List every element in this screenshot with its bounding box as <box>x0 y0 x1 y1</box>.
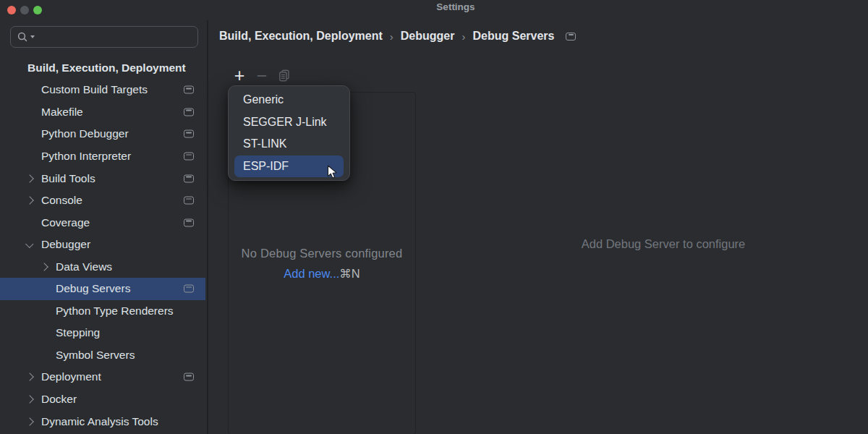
sidebar-item-label: Stepping <box>0 326 100 339</box>
sidebar-item-label: Python Interpreter <box>0 150 131 163</box>
duplicate-server-button[interactable] <box>278 68 291 82</box>
sidebar-item-label: Console <box>0 194 82 207</box>
sidebar-item-label: Python Type Renderers <box>0 305 174 318</box>
settings-window: Settings Build, Execution, DeploymentCus… <box>0 0 868 434</box>
project-scope-icon <box>184 152 194 160</box>
sidebar-item-data-views[interactable]: Data Views <box>0 255 205 278</box>
breadcrumb-item-debugger[interactable]: Debugger <box>401 30 455 43</box>
settings-search-box[interactable] <box>10 26 198 48</box>
settings-tree: Build, Execution, DeploymentCustom Build… <box>0 57 205 433</box>
project-scope-icon <box>566 33 576 41</box>
project-scope-icon <box>184 197 194 205</box>
sidebar-item-debugger[interactable]: Debugger <box>0 234 205 256</box>
sidebar-item-label: Python Debugger <box>0 127 129 140</box>
sidebar-item-console[interactable]: Console <box>0 190 205 212</box>
breadcrumb-separator: › <box>390 30 393 43</box>
menu-item-esp-idf[interactable]: ESP-IDF <box>234 156 344 178</box>
sidebar-item-label: Build Tools <box>0 172 95 185</box>
sidebar-item-symbol-servers[interactable]: Symbol Servers <box>0 344 205 367</box>
sidebar-item-label: Makefile <box>0 106 83 119</box>
detail-hint: Add Debug Server to configure <box>582 237 746 251</box>
project-scope-icon <box>184 218 194 226</box>
list-toolbar: + − <box>233 67 291 83</box>
close-button[interactable] <box>7 6 16 14</box>
sidebar-item-python-debugger[interactable]: Python Debugger <box>0 123 205 145</box>
menu-item-segger-j-link[interactable]: SEGGER J-Link <box>234 111 344 134</box>
sidebar-item-label: Dynamic Analysis Tools <box>0 415 158 428</box>
breadcrumb-item-debug-servers[interactable]: Debug Servers <box>472 30 554 43</box>
sidebar-item-deployment[interactable]: Deployment <box>0 366 205 388</box>
empty-state-action: Add new...⌘N <box>228 267 416 281</box>
sidebar-item-label: Symbol Servers <box>0 349 135 362</box>
add-new-shortcut: ⌘N <box>339 267 359 280</box>
add-new-link[interactable]: Add new... <box>284 267 339 280</box>
project-scope-icon <box>184 108 194 116</box>
sidebar-item-makefile[interactable]: Makefile <box>0 101 205 124</box>
search-icon <box>17 31 28 43</box>
sidebar-item-label: Deployment <box>0 370 101 383</box>
minimize-button[interactable] <box>20 6 29 14</box>
sidebar-item-python-interpreter[interactable]: Python Interpreter <box>0 145 205 168</box>
sidebar-item-stepping[interactable]: Stepping <box>0 322 205 344</box>
project-scope-icon <box>184 285 194 293</box>
sidebar-item-label: Docker <box>0 393 77 406</box>
sidebar-item-docker[interactable]: Docker <box>0 388 205 411</box>
sidebar-item-dynamic-analysis-tools[interactable]: Dynamic Analysis Tools <box>0 410 205 433</box>
empty-state-message: No Debug Servers configured <box>228 247 416 260</box>
sidebar-item-python-type-renderers[interactable]: Python Type Renderers <box>0 300 205 323</box>
sidebar-item-build-execution-deployment[interactable]: Build, Execution, Deployment <box>0 57 205 80</box>
sidebar-item-label: Debugger <box>0 238 90 251</box>
titlebar: Settings <box>0 0 868 20</box>
settings-sidebar: Build, Execution, DeploymentCustom Build… <box>0 20 208 434</box>
window-title: Settings <box>436 1 475 12</box>
copy-icon <box>278 69 290 82</box>
sidebar-item-label: Coverage <box>0 216 90 229</box>
sidebar-item-label: Build, Execution, Deployment <box>0 61 186 75</box>
breadcrumb: Build, Execution, Deployment›Debugger›De… <box>219 30 576 43</box>
settings-search-input[interactable] <box>35 31 197 43</box>
sidebar-item-label: Data Views <box>0 260 112 273</box>
menu-item-generic[interactable]: Generic <box>234 89 344 111</box>
new-server-type-menu: GenericSEGGER J-LinkST-LINKESP-IDF <box>228 85 350 181</box>
remove-server-button[interactable]: − <box>255 68 268 82</box>
sidebar-item-coverage[interactable]: Coverage <box>0 211 205 234</box>
menu-item-st-link[interactable]: ST-LINK <box>234 133 344 156</box>
sidebar-item-debug-servers[interactable]: Debug Servers <box>0 278 205 300</box>
project-scope-icon <box>184 174 194 182</box>
sidebar-item-label: Debug Servers <box>0 282 130 295</box>
add-server-button[interactable]: + <box>233 68 246 82</box>
breadcrumb-item-build-execution-deployment[interactable]: Build, Execution, Deployment <box>219 30 383 43</box>
sidebar-item-custom-build-targets[interactable]: Custom Build Targets <box>0 79 205 101</box>
project-scope-icon <box>184 130 194 138</box>
project-scope-icon <box>184 86 194 94</box>
sidebar-item-label: Custom Build Targets <box>0 83 148 96</box>
zoom-button[interactable] <box>33 6 42 14</box>
sidebar-item-build-tools[interactable]: Build Tools <box>0 167 205 190</box>
breadcrumb-separator: › <box>461 30 465 43</box>
project-scope-icon <box>184 373 194 381</box>
